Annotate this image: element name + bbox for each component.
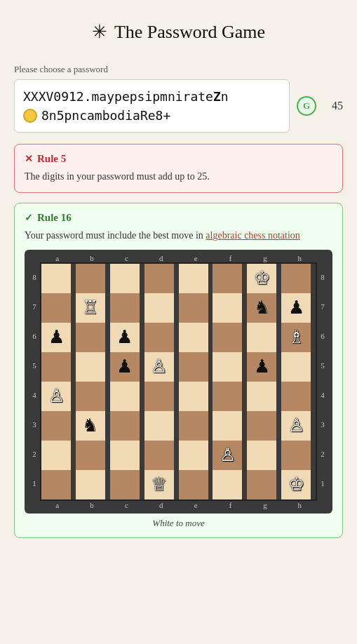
rule-5-header: ✕ Rule 5 xyxy=(25,153,332,165)
cell-e2 xyxy=(179,441,208,470)
cell-a6: ♟ xyxy=(41,323,71,352)
rank-label-right-1: 1 xyxy=(317,469,328,498)
piece-d5: ♙ xyxy=(151,358,167,376)
rank-label-right-4: 4 xyxy=(317,380,328,410)
rule-16-text: Your password must include the best move… xyxy=(25,228,332,243)
password-row: XXXV0912.maypepsipmnirateZn 8n5pncambodi… xyxy=(14,79,343,133)
cell-e7 xyxy=(179,293,208,323)
cell-h1: ♔ xyxy=(281,470,311,499)
rank-label-left-6: 6 xyxy=(29,321,40,351)
chess-grid: 87654321♔♖♞♟♟♟♗♟♙♟♙♞♙♙♕♔87654321 xyxy=(29,262,328,501)
rank-label-right-3: 3 xyxy=(317,410,328,439)
cell-d3 xyxy=(144,411,174,441)
cell-d6 xyxy=(144,323,174,352)
rank-label-left-3: 3 xyxy=(29,410,40,439)
pass-icon: ✓ xyxy=(25,212,33,224)
piece-g7: ♞ xyxy=(254,299,270,317)
chess-board-inner: a b c d e f g h 87654321♔♖♞♟♟♟♗♟♙♟♙♞♙♙♕♔… xyxy=(29,254,328,509)
rule-5-box: ✕ Rule 5 The digits in your password mus… xyxy=(14,144,343,193)
piece-c5: ♟ xyxy=(116,358,133,376)
cell-d1: ♕ xyxy=(144,470,174,499)
cell-a7 xyxy=(41,293,71,323)
password-line2-text: 8n5pncambodiaRe8+ xyxy=(41,106,170,125)
cell-g3 xyxy=(247,411,276,441)
rank-label-left-5: 5 xyxy=(29,351,40,380)
cell-d4 xyxy=(144,382,174,411)
fail-icon: ✕ xyxy=(25,153,33,165)
cell-b8 xyxy=(76,264,105,293)
password-label: Please choose a password xyxy=(14,64,343,75)
cell-d8 xyxy=(144,264,174,293)
cell-b5 xyxy=(76,352,105,382)
cell-b3: ♞ xyxy=(76,411,105,441)
piece-a6: ♟ xyxy=(48,328,65,347)
cell-b4 xyxy=(76,382,105,411)
rank-label-left-4: 4 xyxy=(29,380,40,410)
password-line2: 8n5pncambodiaRe8+ xyxy=(23,106,281,125)
piece-b7: ♖ xyxy=(82,299,98,317)
coin-icon xyxy=(23,109,37,123)
cell-f6 xyxy=(213,323,242,352)
password-input[interactable]: XXXV0912.maypepsipmnirateZn 8n5pncambodi… xyxy=(14,79,290,133)
cell-a5 xyxy=(41,352,71,382)
cell-f8 xyxy=(213,264,242,293)
piece-g5: ♟ xyxy=(254,358,270,376)
cell-c6: ♟ xyxy=(110,323,140,352)
cell-c2 xyxy=(110,441,140,470)
cell-g7: ♞ xyxy=(247,293,276,323)
cell-g5: ♟ xyxy=(247,352,276,382)
piece-h7: ♟ xyxy=(288,299,304,317)
rule-16-text-before: Your password must include the best move… xyxy=(25,230,206,241)
cell-f7 xyxy=(213,293,242,323)
rank-label-right-7: 7 xyxy=(317,292,328,321)
cell-g2 xyxy=(247,441,276,470)
chess-board: ♔♖♞♟♟♟♗♟♙♟♙♞♙♙♕♔ xyxy=(40,262,317,501)
piece-h3: ♙ xyxy=(288,417,304,435)
piece-a4: ♙ xyxy=(48,387,65,405)
cell-g6 xyxy=(247,323,276,352)
cell-f5 xyxy=(213,352,242,382)
rank-label-right-2: 2 xyxy=(317,439,328,469)
rule-16-box: ✓ Rule 16 Your password must include the… xyxy=(14,203,343,538)
cell-e5 xyxy=(179,352,208,382)
file-labels-top: a b c d e f g h xyxy=(40,254,317,262)
cell-h6: ♗ xyxy=(281,323,311,352)
cell-e3 xyxy=(179,411,208,441)
cell-c5: ♟ xyxy=(110,352,140,382)
cell-f2: ♙ xyxy=(213,441,242,470)
cell-f1 xyxy=(213,470,242,499)
rank-label-right-6: 6 xyxy=(317,321,328,351)
cell-a2 xyxy=(41,441,71,470)
rank-label-left-7: 7 xyxy=(29,292,40,321)
cell-h4 xyxy=(281,382,311,411)
algebraic-notation-link[interactable]: algebraic chess notation xyxy=(206,230,300,241)
cell-h2 xyxy=(281,441,311,470)
cell-c1 xyxy=(110,470,140,499)
piece-c6: ♟ xyxy=(116,328,133,347)
cell-b2 xyxy=(76,441,105,470)
cell-h8 xyxy=(281,264,311,293)
rank-label-left-2: 2 xyxy=(29,439,40,469)
char-count: 45 xyxy=(323,100,343,112)
cell-g1 xyxy=(247,470,276,499)
cell-h7: ♟ xyxy=(281,293,311,323)
rank-labels-left: 87654321 xyxy=(29,262,40,501)
cell-b7: ♖ xyxy=(76,293,105,323)
cell-d2 xyxy=(144,441,174,470)
cell-d5: ♙ xyxy=(144,352,174,382)
cell-d7 xyxy=(144,293,174,323)
cell-a8 xyxy=(41,264,71,293)
piece-g8: ♔ xyxy=(254,269,270,288)
page-title: ✳ The Password Game xyxy=(14,21,343,43)
board-caption: White to move xyxy=(25,518,332,529)
cell-g8: ♔ xyxy=(247,264,276,293)
chess-container: a b c d e f g h 87654321♔♖♞♟♟♟♗♟♙♟♙♞♙♙♕♔… xyxy=(25,250,332,529)
cell-b1 xyxy=(76,470,105,499)
piece-h1: ♔ xyxy=(288,476,304,494)
rank-label-right-5: 5 xyxy=(317,351,328,380)
grammarly-button[interactable]: G xyxy=(297,96,316,116)
cell-f3 xyxy=(213,411,242,441)
rank-labels-right: 87654321 xyxy=(317,262,328,501)
rank-label-left-1: 1 xyxy=(29,469,40,498)
cell-a4: ♙ xyxy=(41,382,71,411)
